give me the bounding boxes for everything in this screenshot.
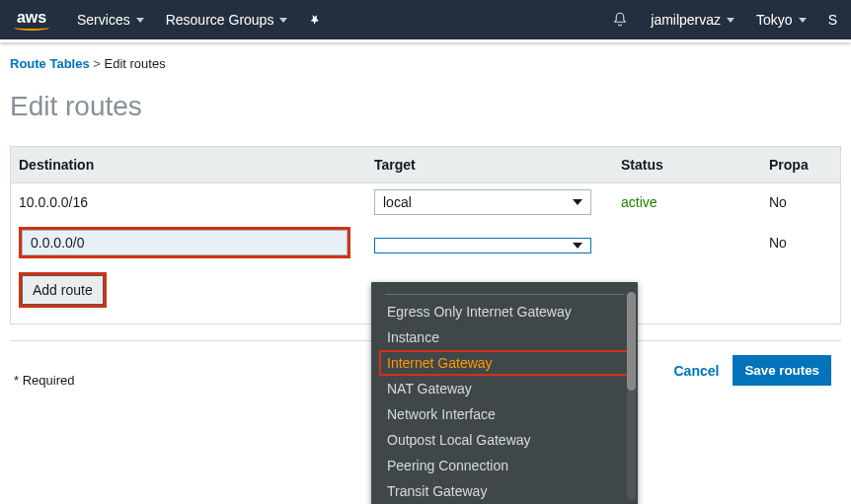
dropdown-option[interactable]: Instance [371, 324, 638, 350]
destination-input-value: 0.0.0.0/0 [31, 235, 85, 251]
chevron-down-icon [727, 18, 735, 23]
target-dropdown: Egress Only Internet Gateway Instance In… [371, 282, 638, 403]
col-header-target: Target [366, 147, 613, 183]
nav-region-label: Tokyo [756, 12, 793, 28]
required-label: * Required [10, 357, 74, 388]
breadcrumb-current: Edit routes [105, 56, 166, 71]
destination-input[interactable]: 0.0.0.0/0 [22, 230, 348, 255]
cell-propagated: No [761, 183, 840, 222]
target-select[interactable] [374, 238, 591, 253]
col-header-destination: Destination [11, 147, 366, 183]
save-button[interactable]: Save routes [733, 355, 831, 386]
nav-services[interactable]: Services [77, 12, 144, 28]
chevron-down-icon [136, 18, 144, 23]
cell-status: active [613, 183, 761, 222]
add-route-button[interactable]: Add route [22, 275, 104, 305]
pin-icon[interactable] [309, 13, 323, 27]
nav-support[interactable]: S [828, 12, 837, 28]
target-select[interactable]: local [374, 189, 591, 215]
nav-resource-groups[interactable]: Resource Groups [166, 12, 288, 28]
dropdown-option[interactable]: NAT Gateway [371, 376, 638, 401]
table-row: 0.0.0.0/0 No [11, 221, 840, 264]
cell-destination: 10.0.0.0/16 [11, 183, 366, 222]
nav-services-label: Services [77, 12, 130, 28]
target-select-value: local [383, 194, 412, 210]
page-title: Edit routes [10, 91, 841, 122]
cell-status [613, 221, 761, 264]
dropdown-divider [385, 294, 624, 295]
nav-region[interactable]: Tokyo [756, 12, 807, 28]
dropdown-option-internet-gateway[interactable]: Internet Gateway [381, 352, 628, 374]
chevron-down-icon [799, 18, 807, 23]
col-header-propagated: Propa [761, 147, 840, 183]
breadcrumb-separator: > [93, 56, 104, 71]
routes-table: Destination Target Status Propa 10.0.0.0… [11, 147, 840, 264]
breadcrumb: Route Tables > Edit routes [10, 56, 841, 71]
dropdown-scrollbar[interactable] [627, 292, 636, 403]
chevron-down-icon [573, 199, 582, 205]
top-nav: aws Services Resource Groups jamilpervaz… [0, 0, 851, 39]
nav-resource-groups-label: Resource Groups [166, 12, 274, 28]
dropdown-option[interactable]: Network Interface [371, 401, 638, 403]
cancel-button[interactable]: Cancel [674, 363, 720, 379]
nav-support-label: S [828, 12, 837, 28]
nav-user-label: jamilpervaz [651, 12, 721, 28]
cell-propagated: No [761, 221, 840, 264]
breadcrumb-route-tables[interactable]: Route Tables [10, 56, 90, 71]
aws-logo[interactable]: aws [14, 9, 49, 31]
table-row: 10.0.0.0/16 local active No [11, 183, 840, 222]
nav-user[interactable]: jamilpervaz [651, 12, 735, 28]
notifications-icon[interactable] [611, 11, 629, 29]
dropdown-option[interactable]: Egress Only Internet Gateway [371, 299, 638, 324]
col-header-status: Status [613, 147, 761, 183]
chevron-down-icon [573, 243, 582, 249]
chevron-down-icon [279, 18, 287, 23]
